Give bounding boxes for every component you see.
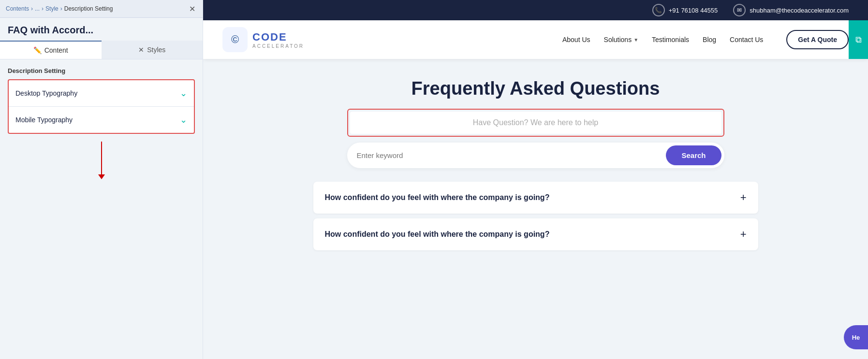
times-icon: ✕ — [138, 46, 144, 54]
faq-search-row: Search — [347, 143, 724, 168]
topbar-phone: 📞 +91 76108 44555 — [652, 4, 718, 16]
pencil-icon: ✏️ — [33, 46, 42, 54]
faq-keyword-input[interactable] — [357, 151, 666, 159]
panel-title: FAQ with Accord... — [0, 18, 203, 41]
desktop-typography-label: Desktop Typography — [15, 89, 77, 97]
nav-contact[interactable]: Contact Us — [730, 36, 763, 43]
solutions-caret: ▼ — [633, 37, 638, 43]
panel-section: Description Setting Desktop Typography ⌄… — [0, 59, 203, 142]
site-nav: © CODE ACCELERATOR About Us Solutions ▼ … — [203, 20, 868, 59]
breadcrumb-contents[interactable]: Contents — [6, 5, 29, 12]
nav-edge: ⧉ — [849, 20, 868, 59]
typography-box: Desktop Typography ⌄ Mobile Typography ⌄ — [8, 79, 195, 134]
chevron-down-icon-desktop: ⌄ — [180, 88, 187, 99]
annotation-arrow — [0, 142, 203, 185]
mobile-typography-label: Mobile Typography — [15, 116, 73, 124]
breadcrumb-description-setting: Description Setting — [64, 5, 113, 12]
faq-title: Frequently Asked Questions — [412, 78, 660, 99]
faq-accordion: How confident do you feel with where the… — [313, 182, 758, 250]
faq-placeholder-text: Have Question? We are here to help — [350, 112, 721, 134]
site-main: Frequently Asked Questions Have Question… — [203, 59, 868, 359]
right-panel: 📞 +91 76108 44555 ✉ shubham@thecodeaccel… — [203, 0, 868, 359]
faq-question-2: How confident do you feel with where the… — [325, 230, 550, 239]
faq-search-button[interactable]: Search — [666, 145, 721, 165]
nav-solutions[interactable]: Solutions ▼ — [604, 36, 639, 43]
phone-icon: 📞 — [652, 4, 665, 16]
nav-links: About Us Solutions ▼ Testimonials Blog C… — [562, 30, 849, 49]
faq-item-2[interactable]: How confident do you feel with where the… — [313, 218, 758, 250]
faq-item-1[interactable]: How confident do you feel with where the… — [313, 182, 758, 214]
email-icon: ✉ — [733, 4, 746, 16]
breadcrumb-style[interactable]: Style — [45, 5, 59, 12]
tab-styles[interactable]: ✕ Styles — [102, 41, 203, 59]
desktop-typography-row[interactable]: Desktop Typography ⌄ — [9, 80, 194, 106]
faq-expand-icon-2: + — [740, 228, 747, 241]
breadcrumb-dots[interactable]: ... — [35, 5, 40, 12]
tabs-row: ✏️ Content ✕ Styles — [0, 41, 203, 59]
phone-number: +91 76108 44555 — [669, 7, 718, 14]
left-panel: Contents › ... › Style › Description Set… — [0, 0, 203, 359]
nav-testimonials[interactable]: Testimonials — [652, 36, 689, 43]
logo: © CODE ACCELERATOR — [222, 27, 304, 52]
site-topbar: 📞 +91 76108 44555 ✉ shubham@thecodeaccel… — [203, 0, 868, 20]
nav-about[interactable]: About Us — [562, 36, 590, 43]
copy-icon: ⧉ — [855, 35, 862, 45]
nav-blog[interactable]: Blog — [703, 36, 716, 43]
topbar-email: ✉ shubham@thecodeaccelerator.com — [733, 4, 849, 16]
help-bubble[interactable]: He — [844, 325, 868, 349]
close-button[interactable]: ✕ — [187, 4, 197, 14]
logo-name: CODE — [252, 31, 304, 43]
mobile-typography-row[interactable]: Mobile Typography ⌄ — [9, 106, 194, 133]
email-address: shubham@thecodeaccelerator.com — [750, 7, 849, 14]
logo-icon: © — [222, 27, 248, 52]
faq-question-1: How confident do you feel with where the… — [325, 193, 550, 202]
breadcrumb: Contents › ... › Style › Description Set… — [0, 0, 203, 18]
logo-sub: ACCELERATOR — [252, 43, 304, 49]
faq-expand-icon-1: + — [740, 191, 747, 204]
section-label: Description Setting — [8, 67, 195, 74]
faq-highlighted-placeholder: Have Question? We are here to help — [347, 109, 724, 137]
chevron-down-icon-mobile: ⌄ — [180, 115, 187, 125]
nav-cta-button[interactable]: Get A Quote — [786, 30, 849, 49]
tab-content[interactable]: ✏️ Content — [0, 41, 102, 59]
